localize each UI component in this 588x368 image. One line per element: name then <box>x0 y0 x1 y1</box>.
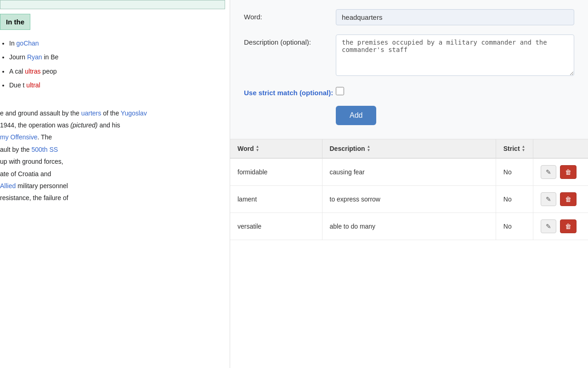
edit-button[interactable]: ✎ <box>541 219 556 233</box>
table-row: lament to express sorrow No ✎ 🗑 <box>230 186 588 213</box>
strict-match-row: Use strict match (optional): <box>244 85 574 97</box>
table-row: formidable causing fear No ✎ 🗑 <box>230 158 588 186</box>
table-header-row: Word ▲▼ Description ▲▼ <box>230 139 588 158</box>
cell-actions: ✎ 🗑 <box>533 158 588 186</box>
column-header-strict[interactable]: Strict ▲▼ <box>496 139 533 158</box>
list-item: In goChan <box>9 38 225 48</box>
cell-strict: No <box>496 186 533 213</box>
column-header-word[interactable]: Word ▲▼ <box>230 139 322 158</box>
in-the-heading: In the <box>0 14 30 30</box>
form-section: Word: Description (optional): the premis… <box>230 0 588 139</box>
list-item: Journ Ryan in Be <box>9 52 225 62</box>
cell-word: versatile <box>230 213 322 240</box>
sort-arrows-description: ▲▼ <box>367 145 371 152</box>
cell-strict: No <box>496 213 533 240</box>
column-header-description[interactable]: Description ▲▼ <box>322 139 496 158</box>
list-item: A cal ultras peop <box>9 66 225 76</box>
words-table: Word ▲▼ Description ▲▼ <box>230 139 588 240</box>
delete-button[interactable]: 🗑 <box>560 192 577 206</box>
description-input[interactable]: the premises occupied by a military comm… <box>336 34 574 76</box>
cell-actions: ✎ 🗑 <box>533 186 588 213</box>
cell-description: able to do many <box>322 213 496 240</box>
cell-word: formidable <box>230 158 322 186</box>
word-label: Word: <box>244 9 336 21</box>
cell-description: causing fear <box>322 158 496 186</box>
edit-button[interactable]: ✎ <box>541 165 556 179</box>
delete-button[interactable]: 🗑 <box>560 165 577 179</box>
cell-strict: No <box>496 158 533 186</box>
column-header-actions <box>533 139 588 158</box>
word-input[interactable] <box>336 9 574 25</box>
left-panel: In the In goChan Journ Ryan in Be A cal … <box>0 0 230 368</box>
list-item: Due t ultral <box>9 80 225 90</box>
table-row: versatile able to do many No ✎ 🗑 <box>230 213 588 240</box>
sort-arrows-word: ▲▼ <box>256 145 260 152</box>
table-body: formidable causing fear No ✎ 🗑 lament to… <box>230 158 588 240</box>
table-section: Word ▲▼ Description ▲▼ <box>230 139 588 368</box>
description-row: Description (optional): the premises occ… <box>244 34 574 76</box>
strict-match-label: Use strict match (optional): <box>244 85 336 97</box>
delete-button[interactable]: 🗑 <box>560 219 577 233</box>
add-button[interactable]: Add <box>336 106 376 125</box>
description-label: Description (optional): <box>244 34 336 46</box>
word-row: Word: <box>244 9 574 25</box>
cell-actions: ✎ 🗑 <box>533 213 588 240</box>
cell-word: lament <box>230 186 322 213</box>
sort-arrows-strict: ▲▼ <box>522 145 526 152</box>
cell-description: to express sorrow <box>322 186 496 213</box>
wiki-body-text: e and ground assault by the uarters of t… <box>0 108 225 118</box>
right-panel: Word: Description (optional): the premis… <box>230 0 588 368</box>
edit-button[interactable]: ✎ <box>541 192 556 206</box>
strict-match-checkbox[interactable] <box>336 87 344 95</box>
